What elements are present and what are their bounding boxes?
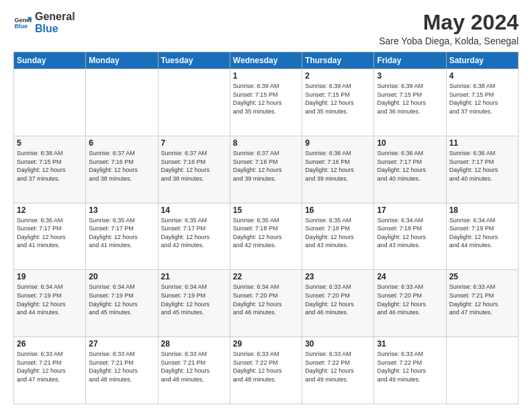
day-number: 26 bbox=[17, 339, 83, 349]
day-number: 15 bbox=[233, 205, 299, 215]
calendar-cell bbox=[446, 337, 518, 404]
calendar-cell: 19Sunrise: 6:34 AM Sunset: 7:19 PM Dayli… bbox=[14, 270, 86, 337]
header-friday: Friday bbox=[374, 52, 446, 69]
calendar-cell: 17Sunrise: 6:34 AM Sunset: 7:18 PM Dayli… bbox=[374, 203, 446, 270]
day-info: Sunrise: 6:39 AM Sunset: 7:15 PM Dayligh… bbox=[377, 82, 443, 116]
title-section: May 2024 Sare Yoba Diega, Kolda, Senegal bbox=[379, 11, 519, 46]
calendar-cell: 9Sunrise: 6:36 AM Sunset: 7:16 PM Daylig… bbox=[302, 136, 374, 203]
calendar-table: SundayMondayTuesdayWednesdayThursdayFrid… bbox=[13, 52, 519, 404]
day-number: 28 bbox=[161, 339, 227, 349]
calendar-week-4: 19Sunrise: 6:34 AM Sunset: 7:19 PM Dayli… bbox=[14, 270, 519, 337]
day-info: Sunrise: 6:39 AM Sunset: 7:15 PM Dayligh… bbox=[305, 82, 371, 116]
day-info: Sunrise: 6:33 AM Sunset: 7:22 PM Dayligh… bbox=[233, 350, 299, 383]
calendar-cell: 5Sunrise: 6:38 AM Sunset: 7:15 PM Daylig… bbox=[14, 136, 86, 203]
day-number: 27 bbox=[89, 339, 154, 349]
day-number: 18 bbox=[449, 205, 515, 215]
day-info: Sunrise: 6:33 AM Sunset: 7:21 PM Dayligh… bbox=[17, 350, 83, 383]
header-wednesday: Wednesday bbox=[230, 52, 302, 69]
day-info: Sunrise: 6:33 AM Sunset: 7:20 PM Dayligh… bbox=[305, 283, 371, 316]
calendar-cell: 29Sunrise: 6:33 AM Sunset: 7:22 PM Dayli… bbox=[230, 337, 302, 404]
day-number: 23 bbox=[305, 272, 371, 281]
calendar-cell: 13Sunrise: 6:35 AM Sunset: 7:17 PM Dayli… bbox=[86, 203, 158, 270]
day-number: 11 bbox=[449, 138, 515, 148]
day-number: 29 bbox=[233, 339, 299, 349]
calendar-cell: 27Sunrise: 6:33 AM Sunset: 7:21 PM Dayli… bbox=[86, 337, 158, 404]
day-number: 20 bbox=[89, 272, 154, 281]
day-number: 17 bbox=[377, 205, 443, 215]
day-info: Sunrise: 6:35 AM Sunset: 7:18 PM Dayligh… bbox=[233, 216, 299, 250]
logo: General Blue General Blue bbox=[13, 11, 75, 34]
calendar-header-row: SundayMondayTuesdayWednesdayThursdayFrid… bbox=[14, 52, 519, 69]
calendar-cell bbox=[14, 69, 86, 136]
day-info: Sunrise: 6:33 AM Sunset: 7:21 PM Dayligh… bbox=[449, 283, 515, 316]
day-number: 19 bbox=[17, 272, 83, 281]
calendar-cell: 24Sunrise: 6:33 AM Sunset: 7:20 PM Dayli… bbox=[374, 270, 446, 337]
day-info: Sunrise: 6:33 AM Sunset: 7:20 PM Dayligh… bbox=[377, 283, 443, 316]
calendar-week-5: 26Sunrise: 6:33 AM Sunset: 7:21 PM Dayli… bbox=[14, 337, 519, 404]
header-tuesday: Tuesday bbox=[158, 52, 230, 69]
day-info: Sunrise: 6:36 AM Sunset: 7:17 PM Dayligh… bbox=[17, 216, 83, 250]
calendar-cell: 16Sunrise: 6:35 AM Sunset: 7:18 PM Dayli… bbox=[302, 203, 374, 270]
day-info: Sunrise: 6:34 AM Sunset: 7:19 PM Dayligh… bbox=[161, 283, 227, 316]
calendar-cell bbox=[158, 69, 230, 136]
day-info: Sunrise: 6:33 AM Sunset: 7:22 PM Dayligh… bbox=[305, 350, 371, 383]
day-info: Sunrise: 6:33 AM Sunset: 7:22 PM Dayligh… bbox=[377, 350, 443, 383]
day-info: Sunrise: 6:37 AM Sunset: 7:16 PM Dayligh… bbox=[89, 149, 154, 183]
calendar-week-3: 12Sunrise: 6:36 AM Sunset: 7:17 PM Dayli… bbox=[14, 203, 519, 270]
calendar-week-2: 5Sunrise: 6:38 AM Sunset: 7:15 PM Daylig… bbox=[14, 136, 519, 203]
day-info: Sunrise: 6:35 AM Sunset: 7:17 PM Dayligh… bbox=[89, 216, 154, 250]
day-number: 3 bbox=[377, 71, 443, 81]
svg-text:Blue: Blue bbox=[14, 23, 28, 30]
logo-general: General bbox=[35, 11, 75, 23]
day-info: Sunrise: 6:33 AM Sunset: 7:21 PM Dayligh… bbox=[89, 350, 154, 383]
day-info: Sunrise: 6:34 AM Sunset: 7:18 PM Dayligh… bbox=[377, 216, 443, 250]
day-info: Sunrise: 6:36 AM Sunset: 7:17 PM Dayligh… bbox=[449, 149, 515, 183]
day-number: 25 bbox=[449, 272, 515, 281]
header-monday: Monday bbox=[86, 52, 158, 69]
calendar-cell: 14Sunrise: 6:35 AM Sunset: 7:17 PM Dayli… bbox=[158, 203, 230, 270]
day-info: Sunrise: 6:34 AM Sunset: 7:20 PM Dayligh… bbox=[233, 283, 299, 316]
day-info: Sunrise: 6:39 AM Sunset: 7:15 PM Dayligh… bbox=[233, 82, 299, 116]
calendar-cell: 21Sunrise: 6:34 AM Sunset: 7:19 PM Dayli… bbox=[158, 270, 230, 337]
calendar-cell: 8Sunrise: 6:37 AM Sunset: 7:16 PM Daylig… bbox=[230, 136, 302, 203]
logo-icon: General Blue bbox=[13, 13, 32, 32]
calendar-cell bbox=[86, 69, 158, 136]
day-info: Sunrise: 6:38 AM Sunset: 7:15 PM Dayligh… bbox=[449, 82, 515, 116]
calendar-cell: 1Sunrise: 6:39 AM Sunset: 7:15 PM Daylig… bbox=[230, 69, 302, 136]
day-number: 8 bbox=[233, 138, 299, 148]
calendar-cell: 31Sunrise: 6:33 AM Sunset: 7:22 PM Dayli… bbox=[374, 337, 446, 404]
day-info: Sunrise: 6:33 AM Sunset: 7:21 PM Dayligh… bbox=[161, 350, 227, 383]
day-number: 22 bbox=[233, 272, 299, 281]
calendar-cell: 26Sunrise: 6:33 AM Sunset: 7:21 PM Dayli… bbox=[14, 337, 86, 404]
day-number: 1 bbox=[233, 71, 299, 81]
calendar-cell: 25Sunrise: 6:33 AM Sunset: 7:21 PM Dayli… bbox=[446, 270, 518, 337]
day-info: Sunrise: 6:38 AM Sunset: 7:15 PM Dayligh… bbox=[17, 149, 83, 183]
calendar-cell: 20Sunrise: 6:34 AM Sunset: 7:19 PM Dayli… bbox=[86, 270, 158, 337]
calendar-week-1: 1Sunrise: 6:39 AM Sunset: 7:15 PM Daylig… bbox=[14, 69, 519, 136]
calendar-cell: 12Sunrise: 6:36 AM Sunset: 7:17 PM Dayli… bbox=[14, 203, 86, 270]
month-year: May 2024 bbox=[379, 11, 519, 34]
day-info: Sunrise: 6:37 AM Sunset: 7:16 PM Dayligh… bbox=[233, 149, 299, 183]
calendar-cell: 2Sunrise: 6:39 AM Sunset: 7:15 PM Daylig… bbox=[302, 69, 374, 136]
day-number: 9 bbox=[305, 138, 371, 148]
day-number: 2 bbox=[305, 71, 371, 81]
day-number: 7 bbox=[161, 138, 227, 148]
day-number: 12 bbox=[17, 205, 83, 215]
calendar-cell: 28Sunrise: 6:33 AM Sunset: 7:21 PM Dayli… bbox=[158, 337, 230, 404]
header-sunday: Sunday bbox=[14, 52, 86, 69]
location: Sare Yoba Diega, Kolda, Senegal bbox=[379, 36, 519, 46]
day-info: Sunrise: 6:35 AM Sunset: 7:17 PM Dayligh… bbox=[161, 216, 227, 250]
calendar-cell: 4Sunrise: 6:38 AM Sunset: 7:15 PM Daylig… bbox=[446, 69, 518, 136]
calendar-cell: 15Sunrise: 6:35 AM Sunset: 7:18 PM Dayli… bbox=[230, 203, 302, 270]
day-number: 10 bbox=[377, 138, 443, 148]
calendar-cell: 30Sunrise: 6:33 AM Sunset: 7:22 PM Dayli… bbox=[302, 337, 374, 404]
day-number: 21 bbox=[161, 272, 227, 281]
day-number: 14 bbox=[161, 205, 227, 215]
day-info: Sunrise: 6:36 AM Sunset: 7:16 PM Dayligh… bbox=[305, 149, 371, 183]
day-number: 31 bbox=[377, 339, 443, 349]
header-thursday: Thursday bbox=[302, 52, 374, 69]
day-info: Sunrise: 6:34 AM Sunset: 7:19 PM Dayligh… bbox=[17, 283, 83, 316]
day-info: Sunrise: 6:34 AM Sunset: 7:19 PM Dayligh… bbox=[89, 283, 154, 316]
calendar-cell: 7Sunrise: 6:37 AM Sunset: 7:16 PM Daylig… bbox=[158, 136, 230, 203]
day-number: 13 bbox=[89, 205, 154, 215]
